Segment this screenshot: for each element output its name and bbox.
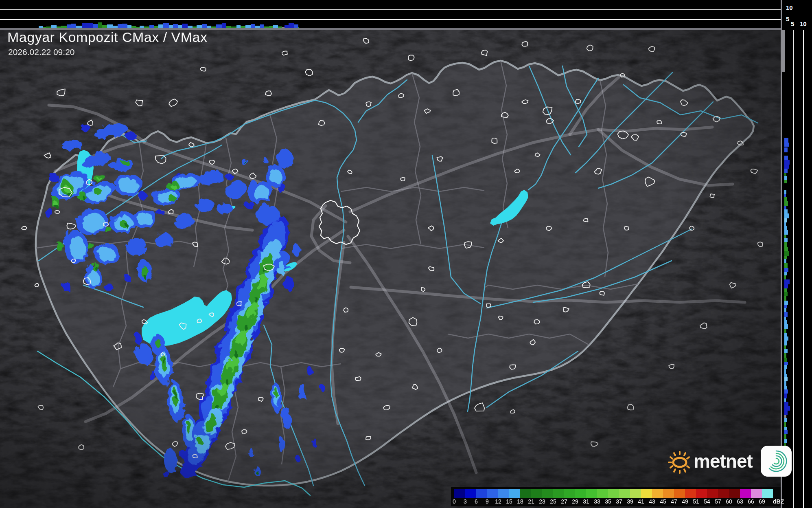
echo-top-bar: [71, 24, 76, 28]
spiral-icon: [764, 449, 788, 473]
right-gridline-5km: [793, 30, 794, 508]
echo-side-bar: [784, 197, 787, 201]
legend-color-cell: [564, 489, 575, 498]
legend-tick-label: 6: [471, 498, 482, 505]
legend-color-cell: [487, 489, 498, 498]
echo-side-bar: [784, 358, 787, 362]
echo-top-bar: [273, 25, 278, 28]
echo-side-bar: [784, 377, 788, 381]
echo-side-bar: [784, 398, 786, 402]
legend-color-cell: [707, 489, 718, 498]
echo-side-bar: [784, 209, 788, 213]
echo-side-bar: [784, 160, 790, 165]
echo-side-bar: [784, 272, 787, 275]
echo-side-bar: [784, 165, 789, 169]
echo-top-bar: [98, 22, 102, 28]
legend-tick-label: 3: [460, 498, 471, 505]
legend-tick-label: 0: [449, 498, 460, 505]
echo-side-bar: [784, 430, 788, 434]
echo-top-bar: [67, 24, 71, 28]
echo-top-bar: [163, 23, 169, 28]
echo-side-bar: [784, 406, 790, 411]
legend-color-cell: [619, 489, 630, 498]
echo-side-bar: [784, 374, 787, 377]
right-axis-label-5: 5: [791, 20, 794, 27]
echo-side-bar: [784, 169, 788, 173]
echo-side-bar: [784, 411, 788, 415]
legend-tick-label: 35: [603, 498, 613, 505]
echo-top-bar: [285, 25, 289, 28]
legend-tick-label: 29: [570, 498, 580, 505]
echo-side-bar: [784, 268, 788, 272]
echo-side-bar: [784, 292, 788, 296]
legend-tick-label: 41: [636, 498, 646, 505]
hungary-map-svg: [0, 30, 781, 508]
echo-top-bar: [127, 25, 131, 28]
echo-top-bar: [51, 25, 57, 28]
echo-side-bar: [784, 173, 786, 176]
page-title: Magyar Kompozit CMax / VMax: [7, 29, 208, 45]
echo-side-bar: [784, 369, 786, 374]
legend-tick-label: 49: [680, 498, 690, 505]
echo-side-bar: [784, 263, 788, 268]
echo-side-bar: [784, 235, 786, 238]
legend-color-cell: [652, 489, 663, 498]
echo-side-bar: [784, 415, 786, 418]
echo-side-bar: [784, 138, 788, 143]
echo-top-bar: [182, 24, 188, 28]
echo-top-bar: [289, 23, 294, 28]
echo-side-bar: [784, 222, 786, 226]
sun-icon: [668, 449, 691, 474]
logo-wordmark: metnet: [694, 450, 753, 472]
radar-map: [0, 30, 781, 508]
echo-top-bar: [87, 23, 93, 28]
echo-side-bar: [784, 288, 787, 292]
echo-top-bar: [122, 24, 127, 28]
echo-side-bar: [784, 279, 790, 284]
legend-color-cell: [630, 489, 641, 498]
legend-tick-label: 23: [537, 498, 547, 505]
legend-color-cell: [641, 489, 652, 498]
legend-color-cell: [762, 489, 773, 498]
legend-tick-label: 60: [724, 498, 734, 505]
echo-side-bar: [784, 284, 788, 288]
legend-color-cell: [597, 489, 608, 498]
echo-top-bar: [260, 24, 264, 28]
legend-tick-label: 21: [526, 498, 536, 505]
echo-side-bar: [784, 201, 788, 206]
right-panel-gray-marker: [781, 30, 785, 72]
legend-tick-label: 57: [713, 498, 723, 505]
echo-top-bar: [118, 24, 122, 28]
echo-side-bar: [784, 402, 788, 406]
top-profile-bars: [0, 0, 781, 28]
echo-top-bar: [236, 25, 241, 28]
legend-color-cell: [685, 489, 696, 498]
echo-side-bar: [784, 301, 788, 305]
dbz-legend: 0369121518212325272931333537394143454749…: [451, 487, 781, 506]
echo-top-bar: [102, 25, 107, 28]
legend-color-cell: [476, 489, 487, 498]
legend-color-cell: [531, 489, 542, 498]
legend-tick-label: 31: [581, 498, 591, 505]
legend-color-cell: [586, 489, 597, 498]
echo-side-bar: [784, 305, 787, 308]
echo-top-bar: [197, 25, 202, 28]
echo-side-bar: [784, 394, 787, 398]
top-echo-profile-panel: [0, 0, 781, 28]
echo-side-bar: [784, 230, 788, 235]
legend-color-cell: [542, 489, 553, 498]
echo-side-bar: [784, 317, 786, 320]
legend-color-cell: [674, 489, 685, 498]
echo-side-bar: [784, 238, 788, 242]
echo-side-bar: [784, 180, 787, 183]
echo-side-bar: [784, 242, 787, 247]
echo-side-bar: [784, 296, 786, 301]
echo-side-bar: [784, 353, 786, 358]
echo-side-bar: [784, 226, 787, 230]
legend-color-cell: [498, 489, 509, 498]
echo-side-bar: [784, 386, 787, 389]
echo-top-bar: [222, 23, 226, 28]
echo-side-bar: [784, 434, 786, 439]
legend-tick-label: 15: [504, 498, 514, 505]
echo-side-bar: [784, 329, 786, 333]
